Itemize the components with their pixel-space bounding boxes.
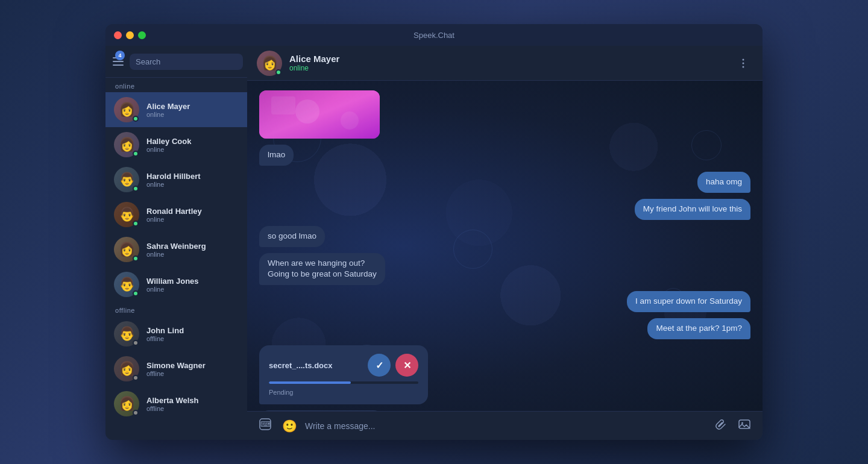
status-dot-online: [133, 256, 139, 262]
contact-name: Harold Hillbert: [146, 172, 201, 181]
message-input[interactable]: [305, 421, 705, 431]
contact-info: Sahra Weinberg online: [146, 242, 206, 258]
contact-info: Simone Wagner offline: [146, 361, 206, 377]
emoji-picker-icon[interactable]: ⌨: [257, 418, 274, 434]
contact-name: Sahra Weinberg: [146, 242, 206, 251]
contact-name: Halley Cook: [146, 137, 191, 146]
chat-area: 👩 Alice Mayer online: [247, 46, 763, 440]
more-options-button[interactable]: [734, 54, 753, 73]
contact-item-halley[interactable]: 👩 Halley Cook online: [105, 127, 247, 162]
chat-header-info: Alice Mayer online: [289, 54, 726, 72]
contact-status: online: [146, 286, 199, 293]
contact-info: John Lind offline: [146, 326, 184, 342]
bubble: lmao: [259, 145, 294, 166]
avatar-wrap: 👩: [114, 237, 139, 262]
contact-info: Alberta Welsh offline: [146, 396, 198, 412]
svg-point-10: [741, 422, 743, 424]
chat-avatar-wrap: 👩: [257, 51, 282, 76]
message-meet-park: Meet at the park? 1pm?: [259, 318, 750, 339]
contact-name: Ronald Hartley: [146, 207, 202, 216]
contact-info: Harold Hillbert online: [146, 172, 201, 188]
app-window: Speek.Chat 4 online: [105, 24, 763, 440]
progress-fill: [269, 381, 351, 384]
file-header: secret_....ts.docx ✓ ✕: [269, 354, 418, 377]
progress-bar: [269, 381, 418, 384]
message-friend-john: My friend John will love this: [259, 199, 750, 220]
contact-info: Ronald Hartley online: [146, 207, 202, 223]
minimize-button[interactable]: [126, 31, 134, 39]
contact-item-sahra[interactable]: 👩 Sahra Weinberg online: [105, 232, 247, 267]
contact-list: online 👩 Alice Mayer online 👩: [105, 78, 247, 440]
svg-text:⌨: ⌨: [260, 420, 271, 428]
file-bubble: secret_....ts.docx ✓ ✕ Pending: [259, 345, 428, 404]
contact-status: online: [146, 181, 201, 188]
traffic-lights: [114, 31, 146, 39]
bubble: My friend John will love this: [635, 199, 750, 220]
menu-button[interactable]: 4: [113, 52, 124, 71]
contact-name: Alice Mayer: [146, 102, 190, 111]
chat-input-bar: ⌨ 🙂: [247, 411, 763, 440]
message-image: [259, 90, 750, 139]
contact-item-william[interactable]: 👨 William Jones online: [105, 267, 247, 302]
contact-status: offline: [146, 370, 206, 377]
message-file: secret_....ts.docx ✓ ✕ Pending: [259, 345, 750, 404]
sidebar: 4 online 👩 Alice Mayer online: [105, 46, 247, 440]
bubble: here is the file you wanted 😁: [259, 410, 383, 411]
status-dot-online: [133, 290, 139, 296]
accept-file-button[interactable]: ✓: [368, 354, 391, 377]
image-upload-icon[interactable]: [736, 418, 753, 434]
contact-item-simone[interactable]: 👩 Simone Wagner offline: [105, 351, 247, 386]
main-area: 4 online 👩 Alice Mayer online: [105, 46, 763, 440]
contact-name: John Lind: [146, 326, 184, 335]
status-dot-online: [133, 186, 139, 192]
contact-item-alberta[interactable]: 👩 Alberta Welsh offline: [105, 386, 247, 421]
online-label: online: [105, 78, 247, 92]
decline-file-button[interactable]: ✕: [395, 354, 418, 377]
contact-item-john[interactable]: 👨 John Lind offline: [105, 316, 247, 351]
close-button[interactable]: [114, 31, 122, 39]
chat-header-name: Alice Mayer: [289, 54, 726, 64]
svg-point-0: [743, 58, 744, 60]
titlebar: Speek.Chat: [105, 24, 763, 46]
avatar-wrap: 👨: [114, 321, 139, 346]
chat-header-status: online: [289, 64, 726, 72]
message-so-good: so good lmao: [259, 226, 750, 247]
contact-item-alice[interactable]: 👩 Alice Mayer online: [105, 92, 247, 127]
chat-status-dot: [275, 69, 281, 75]
bg-decoration: [453, 230, 492, 269]
contact-name: William Jones: [146, 277, 199, 286]
bubble: I am super down for Saturday: [627, 291, 750, 312]
message-haha: haha omg: [259, 172, 750, 193]
file-actions: ✓ ✕: [368, 354, 418, 377]
avatar-wrap: 👩: [114, 132, 139, 157]
search-input[interactable]: [130, 54, 243, 70]
bubble: Meet at the park? 1pm?: [647, 318, 750, 339]
contact-info: William Jones online: [146, 277, 199, 293]
smiley-icon[interactable]: 🙂: [281, 419, 298, 433]
message-file-text: here is the file you wanted 😁: [259, 410, 750, 411]
svg-point-4: [295, 99, 319, 124]
status-dot-online: [133, 116, 139, 122]
avatar-wrap: 👩: [114, 391, 139, 416]
message-hanging-out: When are we hanging out? Going to be gre…: [259, 253, 750, 286]
maximize-button[interactable]: [138, 31, 146, 39]
avatar-wrap: 👨: [114, 202, 139, 227]
contact-item-harold[interactable]: 👨 Harold Hillbert online: [105, 162, 247, 197]
contact-status: online: [146, 251, 206, 258]
status-dot-online: [133, 151, 139, 157]
attachment-icon[interactable]: [712, 418, 729, 434]
contact-status: online: [146, 216, 202, 223]
avatar-wrap: 👩: [114, 356, 139, 381]
contact-item-ronald[interactable]: 👨 Ronald Hartley online: [105, 197, 247, 232]
svg-point-5: [341, 111, 359, 130]
chat-header: 👩 Alice Mayer online: [247, 46, 763, 81]
bubble: haha omg: [697, 172, 750, 193]
avatar-wrap: 👩: [114, 97, 139, 122]
status-dot-online: [133, 221, 139, 227]
sidebar-header: 4: [105, 46, 247, 78]
status-dot-offline: [133, 375, 139, 381]
chat-messages: lmao haha omg My friend John will love t…: [247, 81, 763, 411]
file-name: secret_....ts.docx: [269, 361, 333, 370]
status-dot-offline: [133, 410, 139, 416]
avatar-wrap: 👨: [114, 167, 139, 192]
